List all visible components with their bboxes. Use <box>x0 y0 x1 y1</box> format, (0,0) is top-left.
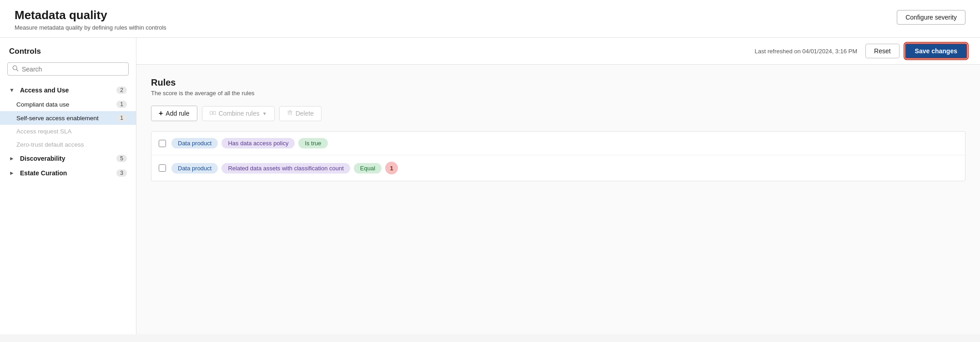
last-refreshed-text: Last refreshed on 04/01/2024, 3:16 PM <box>755 48 858 55</box>
tag-is-true: Is true <box>298 138 327 148</box>
sidebar-item-badge: 1 <box>116 114 127 122</box>
plus-icon: + <box>159 109 163 117</box>
sidebar-item-self-serve-access[interactable]: Self-serve access enablement 1 <box>0 111 136 125</box>
svg-rect-2 <box>210 111 212 114</box>
sidebar-group-label-discoverability: Discoverability <box>20 155 65 162</box>
add-rule-button[interactable]: + Add rule <box>151 106 197 121</box>
table-row: Data product Related data assets with cl… <box>151 155 965 181</box>
rules-title: Rules <box>151 77 965 88</box>
sidebar-item-label: Zero-trust default access <box>16 141 84 148</box>
chevron-right-icon: ► <box>9 170 15 176</box>
content-toolbar: Last refreshed on 04/01/2024, 3:16 PM Re… <box>136 38 980 65</box>
sidebar-group-badge-discoverability: 5 <box>116 155 127 162</box>
chevron-down-icon: ▼ <box>262 111 267 116</box>
tag-has-data-access-policy: Has data access policy <box>221 138 295 148</box>
configure-severity-button[interactable]: Configure severity <box>897 10 965 25</box>
rule-tags-1: Data product Has data access policy Is t… <box>171 138 328 148</box>
sidebar: Controls ▼ Access and Use 2 <box>0 38 136 334</box>
sidebar-item-label: Compliant data use <box>16 101 69 108</box>
tag-data-product: Data product <box>171 163 218 174</box>
svg-rect-9 <box>290 112 290 115</box>
svg-rect-3 <box>213 111 215 114</box>
tag-data-product: Data product <box>171 138 218 148</box>
chevron-down-icon: ▼ <box>9 87 15 93</box>
sidebar-item-zero-trust: Zero-trust default access <box>0 138 136 151</box>
search-box[interactable] <box>7 62 129 76</box>
delete-label: Delete <box>296 110 314 117</box>
svg-rect-6 <box>289 110 291 111</box>
sidebar-item-label: Access request SLA <box>16 128 72 135</box>
add-rule-label: Add rule <box>166 110 189 117</box>
controls-title: Controls <box>0 47 136 62</box>
search-input[interactable] <box>22 66 124 73</box>
top-header: Metadata quality Measure metadata qualit… <box>0 0 980 38</box>
save-changes-button[interactable]: Save changes <box>905 43 967 59</box>
svg-rect-7 <box>288 112 288 115</box>
sidebar-item-access-request-sla: Access request SLA <box>0 125 136 138</box>
rule-tags-2: Data product Related data assets with cl… <box>171 162 398 174</box>
sidebar-group-header-estate-curation[interactable]: ► Estate Curation 3 <box>0 166 136 180</box>
svg-rect-8 <box>291 112 291 115</box>
sidebar-item-compliant-data-use[interactable]: Compliant data use 1 <box>0 97 136 111</box>
rules-table: Data product Has data access policy Is t… <box>151 131 965 181</box>
content-area: Last refreshed on 04/01/2024, 3:16 PM Re… <box>136 38 980 334</box>
combine-icon <box>210 110 216 117</box>
combine-rules-button: Combine rules ▼ <box>202 106 275 121</box>
trash-icon <box>287 110 293 117</box>
tag-number-1: 1 <box>385 162 398 174</box>
rules-subtitle: The score is the average of all the rule… <box>151 90 965 97</box>
delete-button: Delete <box>279 106 322 121</box>
sidebar-group-label-access-and-use: Access and Use <box>20 87 69 94</box>
tag-equal: Equal <box>354 163 382 174</box>
sidebar-group-badge-estate-curation: 3 <box>116 169 127 177</box>
sidebar-group-header-access-and-use[interactable]: ▼ Access and Use 2 <box>0 83 136 97</box>
reset-button[interactable]: Reset <box>865 44 900 58</box>
rule-checkbox-1[interactable] <box>159 140 166 147</box>
sidebar-item-badge: 1 <box>116 101 127 108</box>
header-left: Metadata quality Measure metadata qualit… <box>15 8 166 31</box>
rule-checkbox-2[interactable] <box>159 164 166 172</box>
rules-section: Rules The score is the average of all th… <box>136 65 980 194</box>
search-wrapper <box>0 62 136 83</box>
combine-rules-label: Combine rules <box>219 110 260 117</box>
sidebar-group-discoverability: ► Discoverability 5 <box>0 151 136 166</box>
sidebar-group-label-estate-curation: Estate Curation <box>20 169 67 177</box>
sidebar-group-estate-curation: ► Estate Curation 3 <box>0 166 136 180</box>
rules-actions: + Add rule Combine rules ▼ <box>151 106 965 121</box>
table-row: Data product Has data access policy Is t… <box>151 132 965 155</box>
tag-related-data-assets: Related data assets with classification … <box>221 163 350 174</box>
main-layout: Controls ▼ Access and Use 2 <box>0 38 980 334</box>
chevron-right-icon: ► <box>9 155 15 162</box>
page-title: Metadata quality <box>15 8 166 22</box>
page-subtitle: Measure metadata quality by defining rul… <box>15 24 166 31</box>
svg-line-1 <box>16 69 18 71</box>
sidebar-group-header-discoverability[interactable]: ► Discoverability 5 <box>0 151 136 166</box>
sidebar-group-access-and-use: ▼ Access and Use 2 Compliant data use 1 … <box>0 83 136 151</box>
sidebar-group-badge-access-and-use: 2 <box>116 87 127 94</box>
sidebar-item-label: Self-serve access enablement <box>16 115 99 122</box>
search-icon <box>12 65 19 73</box>
